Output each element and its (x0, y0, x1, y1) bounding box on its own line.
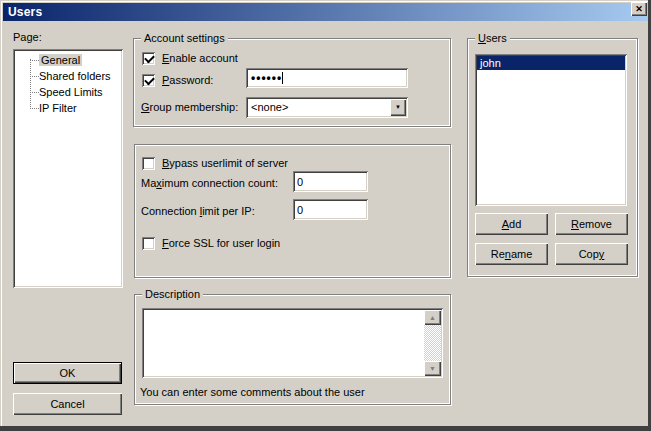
dropdown-button[interactable]: ▼ (390, 99, 406, 116)
users-dialog: Users ✕ Page: General Shared folders Spe… (0, 0, 651, 431)
scroll-down-button[interactable]: ▼ (424, 361, 441, 376)
chevron-down-icon: ▼ (395, 104, 401, 110)
vertical-scrollbar[interactable]: ▲ ▼ (424, 310, 441, 376)
copy-button[interactable]: Copy (555, 243, 628, 265)
users-listbox[interactable]: john (475, 54, 627, 206)
bypass-userlimit-checkbox[interactable] (142, 157, 155, 170)
password-checkbox[interactable] (142, 74, 155, 87)
remove-button[interactable]: Remove (555, 213, 628, 235)
close-button[interactable]: ✕ (631, 2, 647, 16)
scroll-up-button[interactable]: ▲ (424, 310, 441, 325)
force-ssl-checkbox[interactable] (142, 237, 155, 250)
page-label: Page: (13, 31, 42, 44)
group-membership-label: Group membership: (141, 101, 238, 114)
tree-item-label: IP Filter (39, 102, 77, 114)
tree-item-label: Shared folders (39, 70, 111, 82)
ip-limit-label: Connection limit per IP: (141, 205, 255, 218)
group-membership-select[interactable]: <none> ▼ (246, 97, 408, 118)
text-caret (282, 72, 283, 84)
add-button[interactable]: Add (475, 213, 548, 235)
enable-account-label: Enable account (162, 52, 238, 65)
users-group-title: Users (475, 32, 510, 45)
description-title: Description (142, 288, 203, 301)
password-input[interactable]: •••••• (246, 68, 408, 88)
enable-account-checkbox[interactable] (142, 52, 155, 65)
ip-limit-input[interactable] (293, 199, 368, 220)
ok-button[interactable]: OK (13, 362, 122, 384)
password-label: Password: (162, 74, 213, 87)
list-item-john[interactable]: john (477, 56, 625, 70)
tree-item-ip-filter[interactable]: IP Filter (15, 100, 121, 116)
tree-item-label: Speed Limits (39, 86, 103, 98)
tree-item-label: General (39, 54, 82, 66)
group-membership-value: <none> (251, 101, 288, 114)
rename-button[interactable]: Rename (475, 243, 548, 265)
max-connections-label: Maximum connection count: (141, 177, 278, 190)
tree-item-general[interactable]: General (15, 52, 121, 68)
arrow-down-icon: ▼ (429, 365, 436, 372)
description-hint: You can enter some comments about the us… (140, 386, 365, 399)
password-value: •••••• (246, 68, 282, 88)
cancel-button[interactable]: Cancel (13, 393, 122, 415)
account-settings-title: Account settings (141, 32, 228, 45)
tree-items: General Shared folders Speed Limits IP F… (15, 52, 121, 116)
window-title: Users (8, 5, 42, 19)
title-bar[interactable]: Users (3, 3, 648, 21)
max-connections-input[interactable] (293, 171, 368, 192)
close-icon: ✕ (635, 5, 643, 14)
arrow-up-icon: ▲ (429, 314, 436, 321)
description-field-frame: ▲ ▼ (142, 308, 443, 378)
force-ssl-label: Force SSL for user login (162, 237, 280, 250)
tree-item-speed-limits[interactable]: Speed Limits (15, 84, 121, 100)
bypass-userlimit-label: Bypass userlimit of server (162, 157, 288, 170)
window-border-bottom (0, 426, 651, 431)
description-textarea[interactable] (144, 310, 424, 376)
page-tree: General Shared folders Speed Limits IP F… (13, 49, 123, 288)
tree-item-shared-folders[interactable]: Shared folders (15, 68, 121, 84)
